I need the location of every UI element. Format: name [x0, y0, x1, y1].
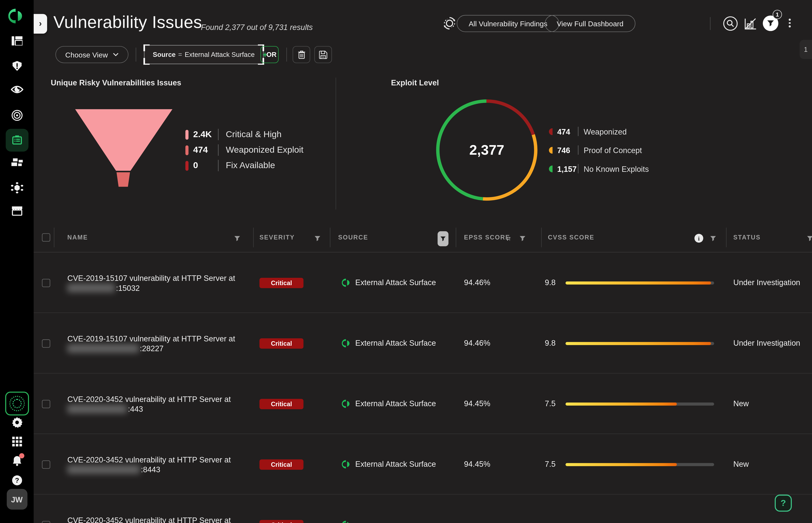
search-button[interactable]: [723, 16, 738, 31]
status-value: New: [733, 399, 749, 408]
notification-dot: [19, 453, 24, 458]
sidebar-item-ai-scan[interactable]: [5, 392, 29, 415]
sidebar-item-dashboard[interactable]: [12, 36, 22, 46]
severity-badge: Critical: [260, 278, 304, 288]
donut-total: 2,377: [455, 142, 519, 158]
vulnerability-name-line1[interactable]: CVE-2020-3452 vulnerability at HTTP Serv…: [67, 395, 231, 403]
funnel-legend-item: 0 Fix Available: [186, 160, 275, 171]
eye-icon: [11, 85, 23, 94]
column-header-name[interactable]: NAME: [67, 234, 88, 241]
row-checkbox[interactable]: [42, 279, 50, 287]
epss-sort-icon[interactable]: ↓↑: [506, 235, 511, 242]
filter-count-badge: 1: [773, 10, 782, 19]
help-icon: ?: [12, 475, 22, 486]
kebab-menu-button[interactable]: [789, 19, 791, 27]
sidebar-item-threats[interactable]: [11, 182, 23, 194]
status-value: New: [733, 459, 749, 468]
vulnerability-name-line2[interactable]: :15032: [67, 284, 140, 292]
column-header-cvss[interactable]: CVSS SCORE: [548, 234, 594, 241]
analytics-chart-icon: [745, 18, 757, 30]
funnel-stage-weaponized[interactable]: [117, 172, 130, 187]
choose-view-label: Choose View: [65, 50, 108, 59]
status-value: Under Investigation: [733, 338, 800, 347]
brand-logo-icon: [8, 7, 25, 25]
column-divider: [330, 228, 330, 247]
select-all-checkbox[interactable]: [42, 233, 50, 242]
sidebar-item-help[interactable]: ?: [12, 475, 22, 486]
external-attack-surface-icon: [342, 278, 351, 288]
vulnerability-name-line1[interactable]: CVE-2020-3452 vulnerability at HTTP Serv…: [67, 516, 231, 523]
all-vulnerability-findings-button[interactable]: All Vulnerability Findings: [457, 15, 559, 32]
legend-value: 746: [557, 146, 577, 155]
vulnerability-name-line2[interactable]: :8443: [67, 465, 160, 474]
epss-filter-icon[interactable]: [519, 235, 525, 241]
chip-corner: [143, 44, 150, 51]
legend-label: Weaponized: [584, 127, 627, 136]
redacted-ip: [67, 284, 115, 292]
vulnerability-name-line2[interactable]: :443: [67, 404, 143, 413]
issues-list-icon: [11, 134, 23, 146]
help-floating-button[interactable]: ?: [775, 495, 792, 512]
sidebar-item-targets[interactable]: [11, 110, 23, 121]
sidebar-item-marketplace[interactable]: [11, 206, 23, 216]
legend-value: 1,157: [557, 164, 577, 173]
column-header-epss[interactable]: EPSS SCORE: [464, 234, 510, 241]
user-avatar[interactable]: JW: [6, 489, 27, 510]
cvss-filter-icon[interactable]: [710, 235, 716, 241]
column-header-source[interactable]: SOURCE: [338, 234, 368, 241]
cvss-info-icon[interactable]: i: [694, 234, 703, 242]
row-checkbox[interactable]: [42, 400, 50, 408]
sidebar-item-notifications[interactable]: [12, 455, 22, 468]
legend-divider: [578, 127, 578, 136]
table-row[interactable]: CVE-2020-3452 vulnerability at HTTP Serv…: [34, 434, 812, 495]
name-filter-icon[interactable]: [234, 235, 240, 241]
view-full-dashboard-button[interactable]: View Full Dashboard: [545, 15, 635, 32]
epss-score: 94.45%: [464, 399, 490, 408]
save-view-button[interactable]: [314, 46, 332, 63]
row-checkbox[interactable]: [42, 339, 50, 348]
vulnerability-name-line1[interactable]: CVE-2019-15107 vulnerability at HTTP Ser…: [67, 274, 235, 283]
legend-divider: [218, 160, 219, 171]
column-header-status[interactable]: STATUS: [733, 234, 761, 241]
filter-chip-source[interactable]: Source = External Attack Surface: [144, 45, 264, 64]
vulnerability-name-line2[interactable]: :28227: [67, 344, 163, 353]
column-divider: [726, 228, 727, 247]
status-filter-icon[interactable]: [807, 235, 812, 241]
legend-label: No Known Exploits: [584, 164, 649, 173]
table-row[interactable]: CVE-2020-3452 vulnerability at HTTP Serv…: [34, 374, 812, 434]
docked-panel-tab[interactable]: 1: [799, 40, 812, 59]
severity-badge: Critical: [260, 520, 304, 523]
sidebar-item-apps[interactable]: [12, 437, 22, 446]
row-checkbox[interactable]: [42, 461, 50, 469]
brand-logo[interactable]: [8, 7, 25, 25]
vulnerability-name-line1[interactable]: CVE-2020-3452 vulnerability at HTTP Serv…: [67, 455, 231, 464]
funnel-chart: [75, 109, 173, 188]
source-value: External Attack Surface: [355, 338, 436, 347]
legend-divider: [578, 145, 578, 155]
analytics-button[interactable]: [745, 18, 757, 30]
source-filter-active[interactable]: [438, 231, 448, 247]
expand-panel-button[interactable]: ›: [34, 14, 47, 34]
legend-marker: [186, 161, 189, 170]
toolbar-divider: [287, 48, 287, 62]
add-or-condition-button[interactable]: + OR: [261, 46, 279, 63]
column-header-severity[interactable]: SEVERITY: [260, 234, 295, 241]
sidebar-item-settings[interactable]: [12, 417, 22, 428]
sidebar-item-assets[interactable]: [11, 158, 23, 167]
choose-view-dropdown[interactable]: Choose View: [55, 46, 129, 63]
header-divider: [710, 17, 711, 30]
delete-filter-button[interactable]: [293, 46, 310, 63]
sidebar-item-issues-active[interactable]: [5, 129, 28, 152]
refresh-button[interactable]: [442, 16, 457, 31]
trash-icon: [297, 50, 305, 59]
vulnerability-name-line1[interactable]: CVE-2019-15107 vulnerability at HTTP Ser…: [67, 334, 235, 343]
table-row[interactable]: CVE-2019-15107 vulnerability at HTTP Ser…: [34, 253, 812, 313]
funnel-stage-critical-high[interactable]: [75, 109, 172, 171]
shield-alert-icon: [12, 60, 22, 71]
sidebar-item-risk[interactable]: [12, 60, 22, 71]
severity-filter-icon[interactable]: [314, 235, 321, 241]
table-row[interactable]: CVE-2020-3452 vulnerability at HTTP Serv…: [34, 495, 812, 523]
table-row[interactable]: CVE-2019-15107 vulnerability at HTTP Ser…: [34, 313, 812, 374]
row-checkbox[interactable]: [42, 521, 50, 523]
sidebar-item-visibility[interactable]: [11, 85, 23, 94]
